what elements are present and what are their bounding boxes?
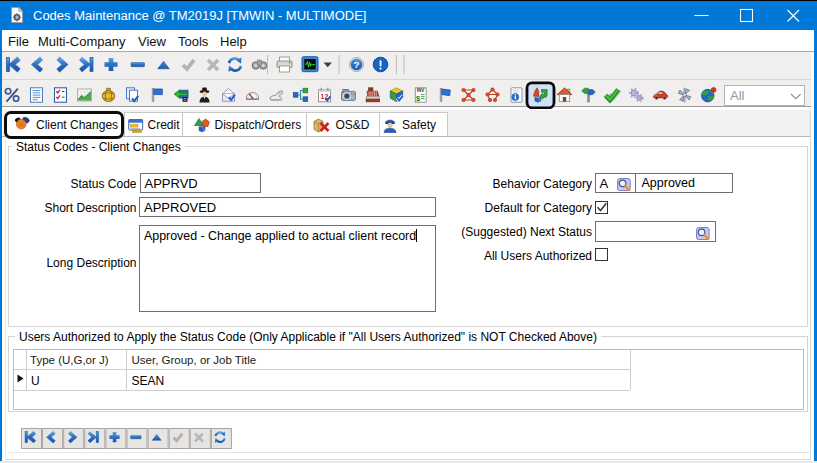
svg-text:12: 12 [321, 93, 329, 100]
svg-text:INV: INV [417, 88, 426, 93]
svg-text:?: ? [354, 59, 360, 70]
